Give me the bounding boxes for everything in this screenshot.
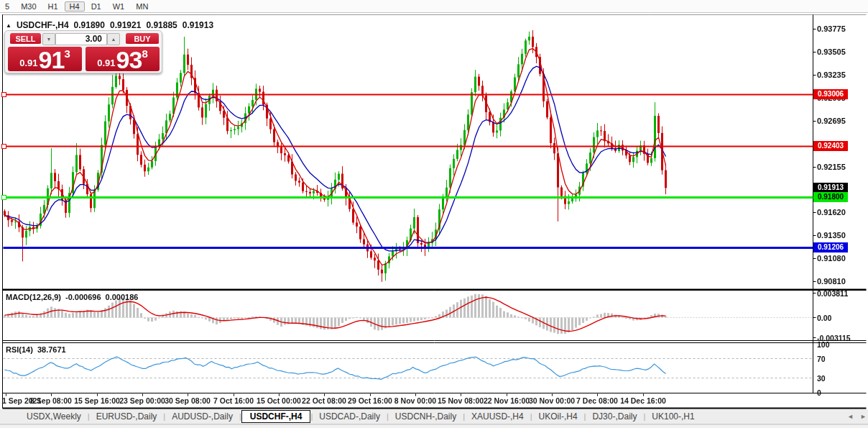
rsi-label: RSI(14) 38.7671 <box>6 345 66 354</box>
symbol-tab-usdchf-h4[interactable]: USDCHF-,H4 <box>241 410 311 423</box>
buy-price-point: 8 <box>142 47 147 60</box>
price-axis-tick: 0.92695 <box>817 117 846 125</box>
macd-axis-label: 0.00 <box>817 314 831 322</box>
symbol-tab-dj30-daily[interactable]: DJ30-,Daily <box>586 411 643 422</box>
time-axis-label: 29 Oct 16:00 <box>348 396 392 405</box>
rsi-axis-label: 30 <box>817 374 826 383</box>
price-axis-tick: 0.93505 <box>817 47 846 56</box>
ohlc-high: 0.91921 <box>110 20 141 30</box>
rsi-axis-label: 70 <box>817 355 826 363</box>
price-line-badge: 0.91206 <box>813 242 848 252</box>
volume-decrease-button[interactable]: ▼ <box>42 33 55 45</box>
buy-price-pips: 93 <box>116 49 142 70</box>
time-axis-label: 14 Dec 16:00 <box>620 396 666 405</box>
price-axis-tick: 0.91080 <box>817 254 846 263</box>
symbol-tab-eurusd-daily[interactable]: EURUSD-,Daily <box>90 411 164 422</box>
rsi-axis-label: 100 <box>817 340 830 349</box>
symbol-tab-bar: USDX,Weekly|EURUSD-,Daily|AUDUSD-,Daily|… <box>0 409 868 424</box>
rsi-axis-label: 0 <box>817 388 821 397</box>
price-line-badge: 0.91913 <box>813 183 848 193</box>
timeframe-button-d1[interactable]: D1 <box>86 1 106 12</box>
price-axis-tick: 0.93235 <box>817 70 846 79</box>
timeframe-button-5[interactable]: 5 <box>0 1 14 12</box>
time-axis-label: 30 Sep 08:00 <box>165 396 211 405</box>
timeframe-toolbar: 5M30H1H4D1W1MN <box>0 0 868 13</box>
timeframe-button-mn[interactable]: MN <box>131 1 153 12</box>
symbol-tab-audusd-daily[interactable]: AUDUSD-,Daily <box>165 411 239 422</box>
one-click-trade-panel: SELL ▼ 3.00 ▲ BUY 0.91 91 3 0.91 93 8 <box>4 30 162 73</box>
sell-price-point: 3 <box>64 47 70 60</box>
time-axis-label: 30 Nov 00:00 <box>529 396 575 405</box>
buy-button[interactable]: BUY <box>126 33 159 45</box>
timeframe-button-h1[interactable]: H1 <box>43 1 63 12</box>
buy-price-prefix: 0.91 <box>97 58 115 68</box>
ohlc-close: 0.91913 <box>183 20 213 30</box>
macd-axis-label: 0.003811 <box>817 289 848 298</box>
time-axis-label: 15 Oct 00:00 <box>257 396 301 405</box>
time-axis-label: 15 Sep 16:00 <box>74 396 120 405</box>
sell-button[interactable]: SELL <box>10 33 41 45</box>
ohlc-open: 0.91890 <box>74 20 105 30</box>
sell-price-button[interactable]: 0.91 91 3 <box>8 47 82 71</box>
timeframe-button-h4[interactable]: H4 <box>65 1 85 12</box>
time-axis-label: 7 Oct 16:00 <box>213 396 254 405</box>
volume-input[interactable]: 3.00 <box>55 33 107 45</box>
rsi-value: 38.7671 <box>37 345 66 354</box>
symbol-tab-usdcad-daily[interactable]: USDCAD-,Daily <box>313 411 387 422</box>
collapse-icon[interactable]: ▲ <box>6 22 11 29</box>
price-axis-tick: 0.93775 <box>817 24 846 33</box>
volume-increase-button[interactable]: ▲ <box>107 33 120 45</box>
time-axis-label: 8 Nov 00:00 <box>394 396 436 405</box>
price-axis-tick: 0.91350 <box>817 231 846 240</box>
macd-value-main: -0.000696 <box>65 293 101 301</box>
sell-price-prefix: 0.91 <box>19 58 37 68</box>
status-strip <box>0 424 868 428</box>
time-axis-label: 15 Nov 08:00 <box>438 396 484 405</box>
price-axis-tick: 0.90810 <box>817 277 846 286</box>
price-line-badge: 0.91800 <box>813 192 848 202</box>
symbol-title: USDCHF-,H4 <box>17 20 69 30</box>
macd-value-signal: 0.000186 <box>106 293 139 301</box>
timeframe-button-w1[interactable]: W1 <box>108 1 130 12</box>
rsi-name: RSI(14) <box>6 345 33 354</box>
buy-price-button[interactable]: 0.91 93 8 <box>86 47 160 71</box>
price-axis-tick: 0.92155 <box>817 163 846 171</box>
ohlc-low: 0.91885 <box>146 20 177 30</box>
tab-scroll-right-icon[interactable]: ► <box>860 413 867 420</box>
time-axis-label: 7 Dec 08:00 <box>576 396 618 405</box>
symbol-tab-uk100-h1[interactable]: UK100-,H1 <box>645 411 701 422</box>
sell-price-pips: 91 <box>39 49 65 70</box>
symbol-tab-xauusd-h4[interactable]: XAUUSD-,H4 <box>465 411 530 422</box>
time-axis-label: 8 Sep 08:00 <box>30 396 72 405</box>
time-axis-label: 22 Nov 16:00 <box>484 396 530 405</box>
macd-label: MACD(12,26,9) -0.000696 0.000186 <box>6 293 138 301</box>
price-line-badge: 0.92403 <box>813 141 848 151</box>
time-axis-label: 22 Oct 08:00 <box>302 396 346 405</box>
price-line-badge: 0.93006 <box>813 89 848 99</box>
symbol-tab-usdx-weekly[interactable]: USDX,Weekly <box>20 411 88 422</box>
chart-title: ▲ USDCHF-,H4 0.91890 0.91921 0.91885 0.9… <box>6 20 213 30</box>
macd-name: MACD(12,26,9) <box>6 293 61 301</box>
timeframe-button-m30[interactable]: M30 <box>16 1 41 12</box>
tab-scroll-left-icon[interactable]: ◄ <box>847 413 854 420</box>
symbol-tab-usdcnh-daily[interactable]: USDCNH-,Daily <box>389 411 463 422</box>
symbol-tab-ukoil-h4[interactable]: UKOil-,H4 <box>532 411 584 422</box>
price-axis-tick: 0.91620 <box>817 208 846 217</box>
time-axis-label: 23 Sep 00:00 <box>119 396 165 405</box>
